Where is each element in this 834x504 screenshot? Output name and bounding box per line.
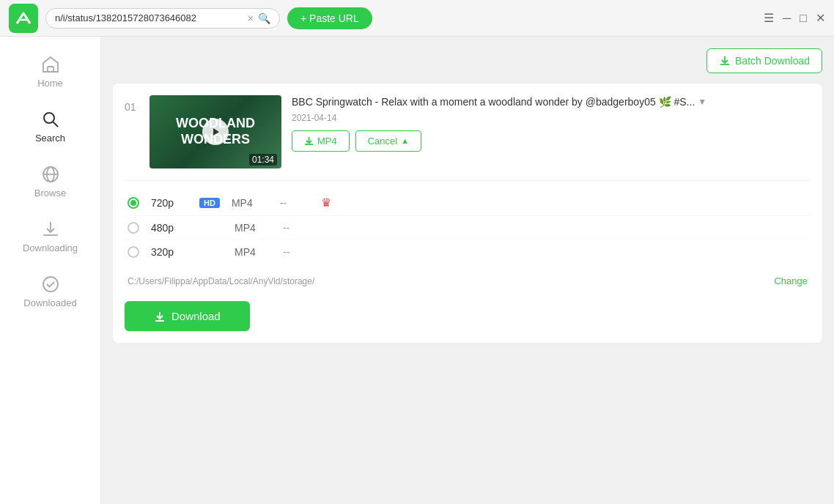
radio-720p[interactable] [128, 197, 139, 209]
radio-480p[interactable] [128, 222, 139, 234]
quality-format-480p: MP4 [235, 222, 271, 234]
content-area: Batch Download 01 WOODLANDWONDERS 01:34 [101, 37, 834, 504]
download-button[interactable]: Download [125, 301, 250, 331]
mp4-button[interactable]: MP4 [292, 130, 350, 152]
quality-format-720p: MP4 [232, 197, 268, 209]
sidebar-item-downloading[interactable]: Downloading [0, 209, 100, 264]
chevron-up-icon: ▲ [401, 136, 409, 145]
quality-label-720p: 720p [151, 197, 188, 209]
svg-point-6 [43, 277, 58, 292]
sidebar-item-downloaded[interactable]: Downloaded [0, 264, 100, 319]
sidebar-item-home[interactable]: Home [0, 44, 100, 99]
video-index: 01 [125, 95, 139, 113]
quality-size-480p: -- [283, 222, 312, 234]
browse-icon [40, 164, 61, 185]
titlebar: n/i/status/1382015728073646082 × 🔍 + Pas… [0, 0, 834, 37]
window-controls: ☰ ─ □ ✕ [764, 11, 825, 25]
radio-320p[interactable] [128, 246, 139, 258]
search-icon: 🔍 [258, 12, 270, 24]
downloaded-icon [40, 274, 61, 294]
menu-icon[interactable]: ☰ [764, 11, 774, 25]
quality-section: 720p HD MP4 -- ♛ 480p MP4 -- 320p [125, 180, 811, 331]
hd-badge: HD [199, 198, 220, 208]
quality-row-480p[interactable]: 480p MP4 -- [125, 215, 811, 240]
video-actions: MP4 Cancel ▲ [292, 130, 811, 152]
cancel-button[interactable]: Cancel ▲ [355, 130, 421, 152]
svg-marker-7 [213, 128, 219, 136]
video-header: 01 WOODLANDWONDERS 01:34 BBC Springwatch… [125, 95, 811, 168]
paste-url-button[interactable]: + Paste URL [287, 7, 372, 29]
storage-path: C:/Users/Filippa/AppData/Local/AnyVid/st… [128, 276, 768, 286]
download-btn-label: Download [171, 310, 221, 322]
expand-icon[interactable]: ▼ [698, 96, 706, 108]
close-icon[interactable]: ✕ [816, 11, 825, 25]
svg-point-1 [44, 113, 54, 123]
quality-row-320p[interactable]: 320p MP4 -- [125, 240, 811, 264]
change-storage-button[interactable]: Change [774, 275, 808, 286]
main-layout: Home Search Browse [0, 37, 834, 504]
premium-icon: ♛ [321, 196, 331, 210]
sidebar-label-search: Search [35, 133, 65, 144]
video-card: 01 WOODLANDWONDERS 01:34 BBC Springwatch… [113, 84, 822, 343]
svg-line-2 [53, 122, 58, 127]
sidebar-item-search[interactable]: Search [0, 99, 100, 154]
app-logo [9, 4, 38, 33]
play-button-icon[interactable] [202, 119, 229, 145]
home-icon [40, 54, 61, 75]
url-bar[interactable]: n/i/status/1382015728073646082 × 🔍 [45, 8, 280, 29]
sidebar-label-home: Home [37, 78, 63, 89]
video-thumbnail: WOODLANDWONDERS 01:34 [150, 95, 281, 168]
maximize-icon[interactable]: □ [800, 12, 807, 25]
quality-size-320p: -- [283, 246, 312, 258]
downloading-icon [40, 219, 61, 240]
quality-format-320p: MP4 [235, 246, 271, 258]
video-meta: BBC Springwatch - Relax with a moment a … [292, 95, 811, 152]
storage-row: C:/Users/Filippa/AppData/Local/AnyVid/st… [125, 270, 811, 292]
quality-label-480p: 480p [151, 222, 188, 234]
quality-label-320p: 320p [151, 246, 188, 258]
url-clear-icon[interactable]: × [248, 12, 254, 24]
video-date: 2021-04-14 [292, 113, 811, 123]
search-nav-icon [40, 109, 61, 130]
batch-download-label: Batch Download [735, 55, 810, 67]
url-text: n/i/status/1382015728073646082 [55, 12, 243, 23]
sidebar: Home Search Browse [0, 37, 101, 504]
svg-rect-0 [48, 67, 53, 72]
video-duration: 01:34 [249, 154, 277, 166]
sidebar-item-browse[interactable]: Browse [0, 154, 100, 209]
sidebar-label-downloading: Downloading [23, 242, 78, 253]
minimize-icon[interactable]: ─ [783, 12, 791, 25]
video-title: BBC Springwatch - Relax with a moment a … [292, 95, 811, 110]
quality-size-720p: -- [280, 197, 309, 209]
sidebar-label-downloaded: Downloaded [23, 297, 76, 308]
batch-download-button[interactable]: Batch Download [706, 48, 822, 73]
sidebar-label-browse: Browse [34, 188, 66, 199]
quality-row-720p[interactable]: 720p HD MP4 -- ♛ [125, 190, 811, 215]
